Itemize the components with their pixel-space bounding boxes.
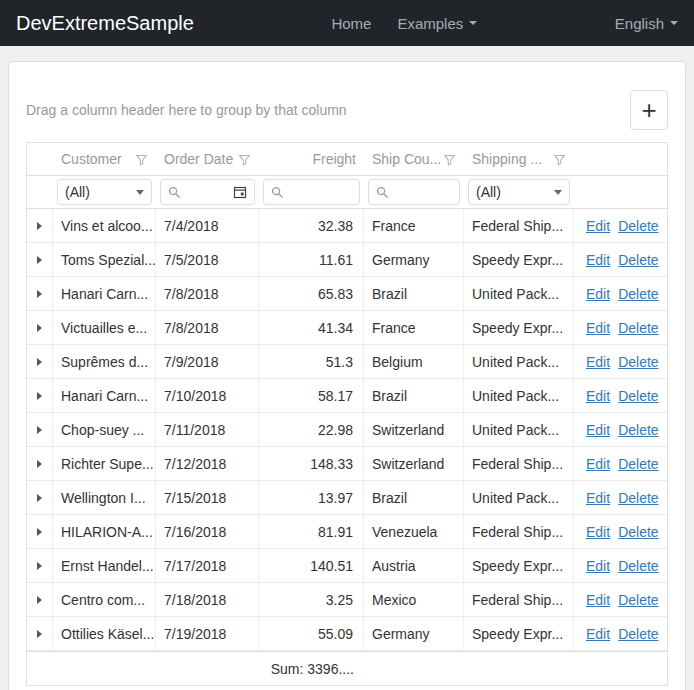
summary-empty-cell [27, 652, 53, 685]
delete-link[interactable]: Delete [618, 286, 658, 302]
add-row-button[interactable]: + [630, 90, 668, 130]
chevron-right-icon [37, 222, 42, 230]
order-date-cell: 7/11/2018 [156, 413, 259, 446]
language-label: English [615, 15, 664, 32]
column-header-order-date-label: Order Date [164, 151, 233, 167]
freight-cell: 65.83 [259, 277, 364, 310]
order-date-cell: 7/15/2018 [156, 481, 259, 514]
grid-summary-row: Sum: 3396.... [27, 651, 667, 685]
column-header-shipping[interactable]: Shipping ... [464, 143, 574, 175]
table-row: Toms Spezial... 7/5/2018 11.61 Germany S… [27, 243, 667, 277]
edit-link[interactable]: Edit [586, 218, 610, 234]
edit-link[interactable]: Edit [586, 490, 610, 506]
delete-link[interactable]: Delete [618, 558, 658, 574]
ship-country-cell: Belgium [364, 345, 464, 378]
column-header-freight[interactable]: Freight [259, 143, 364, 175]
data-grid: Customer Order Date Freight Ship Cou... [26, 142, 668, 686]
order-date-filter-input[interactable] [160, 179, 255, 205]
delete-link[interactable]: Delete [618, 252, 658, 268]
customer-filter-value: (All) [65, 184, 130, 200]
chevron-right-icon [37, 426, 42, 434]
customer-cell: Wellington I... [53, 481, 156, 514]
grid-header-row: Customer Order Date Freight Ship Cou... [27, 143, 667, 176]
freight-cell: 41.34 [259, 311, 364, 344]
column-header-ship-country[interactable]: Ship Cou... [364, 143, 464, 175]
brand-link[interactable]: DevExtremeSample [16, 12, 194, 35]
edit-link[interactable]: Edit [586, 626, 610, 642]
delete-link[interactable]: Delete [618, 388, 658, 404]
filter-funnel-icon[interactable] [443, 153, 456, 166]
column-header-customer[interactable]: Customer [53, 143, 156, 175]
edit-link[interactable]: Edit [586, 252, 610, 268]
shipping-company-cell: Federal Ship... [464, 515, 574, 548]
actions-cell: Edit Delete [574, 345, 667, 378]
chevron-right-icon [37, 256, 42, 264]
summary-empty-cell [574, 652, 667, 685]
edit-link[interactable]: Edit [586, 524, 610, 540]
expand-row-button[interactable] [27, 549, 53, 582]
expand-row-button[interactable] [27, 515, 53, 548]
delete-link[interactable]: Delete [618, 218, 658, 234]
customer-filter-cell: (All) [53, 176, 156, 208]
order-date-filter-cell [156, 176, 259, 208]
actions-header-cell [574, 143, 667, 175]
expand-row-button[interactable] [27, 379, 53, 412]
actions-cell: Edit Delete [574, 617, 667, 650]
actions-cell: Edit Delete [574, 515, 667, 548]
chevron-right-icon [37, 528, 42, 536]
summary-empty-cell [53, 652, 156, 685]
edit-link[interactable]: Edit [586, 388, 610, 404]
expand-row-button[interactable] [27, 243, 53, 276]
customer-cell: Richter Supe... [53, 447, 156, 480]
group-panel[interactable]: Drag a column header here to group by th… [26, 102, 347, 118]
delete-link[interactable]: Delete [618, 626, 658, 642]
delete-link[interactable]: Delete [618, 592, 658, 608]
edit-link[interactable]: Edit [586, 456, 610, 472]
freight-filter-cell [259, 176, 364, 208]
delete-link[interactable]: Delete [618, 320, 658, 336]
table-row: Centro com... 7/18/2018 3.25 Mexico Fede… [27, 583, 667, 617]
edit-link[interactable]: Edit [586, 320, 610, 336]
filter-funnel-icon[interactable] [135, 153, 148, 166]
calendar-icon[interactable] [233, 185, 247, 199]
table-row: Hanari Carn... 7/10/2018 58.17 Brazil Un… [27, 379, 667, 413]
expand-row-button[interactable] [27, 583, 53, 616]
table-row: Chop-suey ... 7/11/2018 22.98 Switzerlan… [27, 413, 667, 447]
language-selector[interactable]: English [615, 15, 678, 32]
expand-row-button[interactable] [27, 481, 53, 514]
ship-country-filter-input[interactable] [368, 179, 460, 205]
column-header-order-date[interactable]: Order Date [156, 143, 259, 175]
edit-link[interactable]: Edit [586, 592, 610, 608]
shipping-company-cell: Speedy Expr... [464, 617, 574, 650]
delete-link[interactable]: Delete [618, 490, 658, 506]
shipping-filter-select[interactable]: (All) [468, 179, 570, 205]
filter-funnel-icon[interactable] [238, 153, 251, 166]
expand-row-button[interactable] [27, 311, 53, 344]
edit-link[interactable]: Edit [586, 422, 610, 438]
delete-link[interactable]: Delete [618, 422, 658, 438]
freight-filter-input[interactable] [263, 179, 360, 205]
table-row: Richter Supe... 7/12/2018 148.33 Switzer… [27, 447, 667, 481]
order-date-cell: 7/17/2018 [156, 549, 259, 582]
expand-row-button[interactable] [27, 209, 53, 242]
delete-link[interactable]: Delete [618, 456, 658, 472]
expand-row-button[interactable] [27, 447, 53, 480]
filter-funnel-icon[interactable] [553, 153, 566, 166]
delete-link[interactable]: Delete [618, 354, 658, 370]
nav-item-examples[interactable]: Examples [397, 15, 477, 32]
expand-row-button[interactable] [27, 413, 53, 446]
edit-link[interactable]: Edit [586, 558, 610, 574]
edit-link[interactable]: Edit [586, 286, 610, 302]
actions-cell: Edit Delete [574, 379, 667, 412]
nav-item-home[interactable]: Home [331, 15, 371, 32]
edit-link[interactable]: Edit [586, 354, 610, 370]
chevron-right-icon [37, 562, 42, 570]
expand-row-button[interactable] [27, 277, 53, 310]
expand-row-button[interactable] [27, 617, 53, 650]
delete-link[interactable]: Delete [618, 524, 658, 540]
customer-filter-select[interactable]: (All) [57, 179, 152, 205]
chevron-down-icon [469, 21, 477, 25]
expand-row-button[interactable] [27, 345, 53, 378]
order-date-cell: 7/12/2018 [156, 447, 259, 480]
freight-cell: 13.97 [259, 481, 364, 514]
